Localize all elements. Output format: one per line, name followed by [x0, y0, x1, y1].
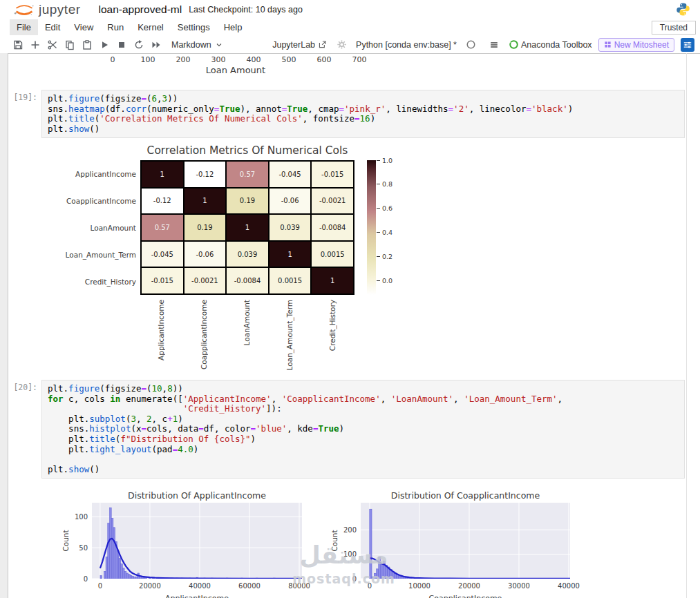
code-line: plt.tight_layout(pad=4.0): [48, 445, 679, 455]
restart-button[interactable]: [131, 37, 147, 52]
new-mitosheet-button[interactable]: New Mitosheet: [598, 38, 674, 52]
run-all-button[interactable]: [148, 37, 164, 52]
copy-icon: [64, 39, 75, 50]
heatmap-cell: 1: [142, 162, 183, 187]
menu-item-view[interactable]: View: [67, 19, 100, 35]
heatmap-cell: 1: [185, 189, 226, 214]
settings-gear-button[interactable]: [333, 37, 350, 52]
histogram-ylabel: Count: [330, 530, 339, 551]
heatmap-col-label: Loan_Amount_Term: [285, 300, 294, 370]
kernel-status-indicator[interactable]: [463, 37, 480, 52]
paste-icon: [82, 39, 93, 50]
header: jupyter loan-approved-ml Last Checkpoint…: [0, 0, 700, 19]
histogram-plot: 0100002000030000400000100200Distribution…: [325, 483, 580, 598]
kernel-name[interactable]: Python [conda env:base] *: [356, 40, 457, 50]
code-line: plt.title(f"Distribution Of {cols}"): [48, 434, 679, 445]
code-editor[interactable]: plt.figure(figsize=(6,3))sns.heatmap(df.…: [41, 90, 685, 138]
hamburger-icon: [489, 40, 499, 50]
heatmap-cell: -0.06: [269, 189, 311, 214]
heatmap-cell: 1: [227, 215, 268, 240]
notification-settings-button[interactable]: [681, 38, 694, 52]
colorbar-tick-label: 0.6: [382, 204, 392, 212]
heatmap-cell: -0.12: [185, 162, 226, 187]
colorbar-tick: [377, 208, 380, 209]
histogram-title: Distribution Of CoapplicantIncome: [391, 490, 540, 501]
trusted-button[interactable]: Trusted: [652, 21, 696, 35]
gear-icon: [337, 39, 347, 50]
jupyterlab-label: JupyterLab: [272, 40, 315, 50]
colorbar-tick: [377, 160, 380, 161]
heatmap-row-label: CoapplicantIncome: [28, 197, 136, 205]
copy-button[interactable]: [62, 37, 78, 52]
save-button[interactable]: [10, 37, 26, 52]
colorbar-tick-label: 0.4: [382, 229, 392, 236]
jupyterlab-link[interactable]: JupyterLab: [272, 40, 327, 50]
mitosheet-icon: [604, 41, 612, 48]
code-line: 'Credit_History']):: [48, 404, 679, 414]
heatmap-cell: 0.57: [142, 215, 183, 240]
code-line: sns.heatmap(df.corr(numeric_only=True), …: [48, 104, 679, 115]
menu-item-help[interactable]: Help: [217, 19, 249, 35]
menu-item-kernel[interactable]: Kernel: [131, 19, 171, 35]
scrollbar-track[interactable]: [686, 53, 687, 598]
svg-text:10000: 10000: [408, 582, 431, 590]
svg-text:80000: 80000: [288, 582, 310, 590]
prev-xtick: 600: [310, 55, 338, 64]
cut-button[interactable]: [44, 37, 61, 52]
kernel-menu-button[interactable]: [486, 37, 502, 52]
jupyter-logo[interactable]: jupyter: [14, 3, 81, 16]
heatmap-cell: 1: [312, 268, 353, 293]
code-line: [48, 454, 679, 465]
heatmap-cell: 0.19: [227, 189, 268, 214]
svg-text:0: 0: [352, 575, 357, 583]
heatmap-cell: 1: [269, 242, 311, 267]
insert-button[interactable]: [27, 37, 44, 52]
heatmap-grid: 1-0.120.57-0.045-0.015-0.1210.19-0.06-0.…: [140, 160, 354, 295]
paste-button[interactable]: [79, 37, 95, 52]
heatmap-cell: 0.0015: [269, 268, 311, 293]
prev-xaxis-label: Loan Amount: [167, 65, 305, 75]
colorbar-tick: [377, 280, 380, 281]
svg-text:60000: 60000: [238, 582, 261, 590]
colorbar-tick: [377, 232, 380, 233]
anaconda-label: Anaconda Toolbox: [521, 40, 592, 50]
heatmap-colorbar: [367, 160, 376, 295]
notebook-title[interactable]: loan-approved-ml: [99, 3, 182, 16]
heatmap-cell: -0.12: [142, 189, 183, 214]
cell-type-dropdown[interactable]: Markdown: [171, 40, 223, 50]
menu-item-edit[interactable]: Edit: [38, 19, 67, 35]
heatmap-cell: -0.06: [185, 242, 226, 267]
cell-prompt: [19]:: [6, 93, 37, 102]
heatmap-cell: -0.045: [142, 242, 183, 267]
code-line: plt.title('Correlation Metrics Of Numeri…: [48, 114, 679, 124]
heatmap-cell: 0.039: [227, 242, 268, 267]
toolbar: Markdown JupyterLab Python [conda env:ba…: [0, 36, 700, 54]
prev-xtick: 300: [205, 55, 232, 64]
menu-item-file[interactable]: File: [10, 19, 38, 35]
heatmap-row-label: ApplicantIncome: [28, 170, 136, 178]
histogram-xlabel: CoapplicantIncome: [429, 594, 502, 598]
svg-text:20000: 20000: [139, 582, 161, 590]
heatmap-cell: 0.19: [185, 215, 226, 240]
svg-text:50: 50: [79, 544, 88, 552]
code-editor[interactable]: plt.figure(figsize=(10,8))for c, cols in…: [41, 380, 685, 479]
run-button[interactable]: [96, 37, 113, 52]
prev-xtick: 0: [99, 55, 126, 64]
mitosheet-label: New Mitosheet: [614, 40, 669, 50]
code-line: plt.figure(figsize=(10,8)): [48, 384, 679, 394]
histogram-ylabel: Count: [62, 530, 70, 551]
cut-icon: [47, 39, 58, 50]
heatmap-title: Correlation Metrics Of Numerical Cols: [140, 144, 354, 157]
code-line: plt.show(): [48, 124, 679, 135]
heatmap-cell: -0.015: [142, 268, 183, 293]
code-line: plt.show(): [48, 465, 679, 475]
svg-text:200: 200: [343, 526, 357, 534]
colorbar-tick: [377, 256, 380, 257]
histogram-xlabel: ApplicantIncome: [165, 594, 229, 598]
menu-item-settings[interactable]: Settings: [171, 19, 217, 35]
stop-button[interactable]: [113, 37, 130, 52]
anaconda-toolbox[interactable]: Anaconda Toolbox: [509, 39, 592, 50]
menu-item-run[interactable]: Run: [100, 19, 131, 35]
python-logo: [676, 2, 690, 17]
svg-text:20000: 20000: [458, 582, 480, 590]
